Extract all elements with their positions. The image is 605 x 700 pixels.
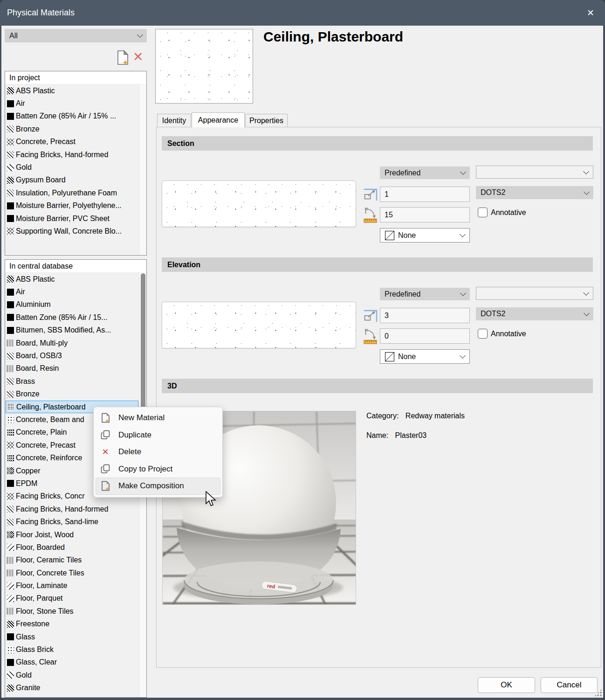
in-central-header: In central database (5, 260, 146, 273)
in-project-header: In project (5, 71, 146, 84)
close-icon[interactable]: ✕ (583, 6, 598, 20)
list-item[interactable]: Glass, Clear (6, 656, 138, 669)
list-item[interactable]: Bitumen, SBS Modified, As... (6, 324, 138, 337)
material-swatch-icon (7, 672, 14, 679)
material-swatch-icon (7, 429, 14, 436)
section-color-dropdown[interactable]: None (380, 228, 470, 243)
cancel-button[interactable]: Cancel (541, 677, 598, 693)
section-hatch-type-dropdown[interactable]: Predefined (380, 166, 470, 179)
angle-icon (364, 207, 377, 225)
material-swatch-icon (7, 506, 14, 513)
list-item[interactable]: Glass Brick (6, 643, 138, 656)
material-swatch-icon (7, 314, 14, 321)
list-item[interactable]: ABS Plastic (6, 273, 138, 285)
list-item[interactable]: Concrete, Precast (6, 136, 138, 148)
list-item[interactable]: Batten Zone (85% Air / 15... (6, 311, 138, 324)
none-color-swatch-icon (385, 352, 394, 361)
material-filter-dropdown[interactable]: All (5, 29, 147, 42)
copy-icon (101, 430, 110, 440)
list-item[interactable]: Granite (6, 682, 138, 694)
ok-button[interactable]: OK (478, 677, 535, 693)
list-item[interactable]: Board, Multi-ply (6, 337, 138, 349)
material-swatch-icon (7, 189, 14, 196)
chevron-down-icon (460, 231, 466, 237)
elevation-annotative-checkbox[interactable] (478, 329, 488, 339)
elevation-color-dropdown[interactable]: None (380, 349, 470, 364)
menu-item[interactable]: Make Composition (96, 478, 220, 495)
delete-material-button[interactable]: ✕ (133, 49, 144, 64)
material-swatch-icon (7, 685, 14, 692)
elevation-angle-input[interactable] (380, 328, 470, 344)
material-title: Ceiling, Plasterboard (263, 29, 403, 45)
3d-group-header: 3D (162, 379, 593, 393)
material-swatch-icon (7, 327, 14, 334)
section-scale-input[interactable] (380, 187, 470, 202)
list-item[interactable]: Insulation, Polyurethane Foam (6, 187, 138, 199)
scale-icon (364, 310, 378, 324)
list-item[interactable]: Gold (6, 669, 138, 681)
tab-identity[interactable]: Identity (157, 114, 191, 127)
list-item[interactable]: Board, Resin (6, 362, 138, 375)
list-item[interactable]: Gypsum Board (6, 174, 138, 187)
list-item[interactable]: ABS Plastic (6, 84, 138, 97)
elevation-hatch-type-dropdown[interactable]: Predefined (380, 288, 470, 300)
list-item[interactable]: Floor, Concrete Tiles (6, 567, 138, 579)
list-item[interactable]: Facing Bricks, Hand-formed (6, 503, 138, 515)
material-swatch-icon (7, 544, 14, 551)
list-item[interactable]: Floor, Laminate (6, 579, 138, 592)
material-swatch-icon (7, 659, 14, 666)
list-item[interactable]: Facing Bricks, Hand-formed (6, 148, 138, 161)
list-item[interactable]: Floor Joist, Wood (6, 528, 138, 541)
scrollbar-track[interactable] (139, 84, 146, 255)
menu-item[interactable]: Copy to Project (96, 461, 220, 478)
window-title: Physical Materials (7, 8, 75, 18)
material-swatch-icon (7, 416, 14, 423)
section-pattern-picker-dropdown[interactable] (476, 166, 593, 179)
tab-appearance[interactable]: Appearance (192, 112, 245, 127)
material-swatch-icon (7, 493, 14, 500)
list-item[interactable]: Freestone (6, 618, 138, 631)
section-pattern-dropdown[interactable]: DOTS2 (476, 186, 593, 199)
svg-text:red: red (267, 583, 275, 589)
section-annotative-checkbox[interactable] (478, 208, 488, 217)
elevation-pattern-dropdown[interactable]: DOTS2 (476, 307, 593, 320)
list-item[interactable]: Floor, Ceramic Tiles (6, 554, 138, 567)
list-item[interactable]: Moisture Barrier, PVC Sheet (6, 212, 138, 225)
elevation-pattern-picker-dropdown[interactable] (476, 287, 593, 300)
list-item[interactable]: Bronze (6, 388, 138, 401)
list-item[interactable]: Supporting Wall, Concrete Blo... (6, 225, 138, 237)
list-item[interactable]: Moisture Barrier, Polyethylene... (6, 200, 138, 212)
menu-item[interactable]: Duplicate (96, 427, 220, 444)
chevron-down-icon (583, 290, 589, 296)
list-item[interactable]: Floor, Parquet (6, 592, 138, 605)
section-angle-input[interactable] (380, 207, 470, 222)
menu-item[interactable]: ✕ Delete (96, 444, 220, 461)
list-item[interactable]: Gold (6, 161, 138, 173)
title-bar[interactable]: Physical Materials ✕ (0, 0, 605, 26)
list-item[interactable]: Floor, Stone Tiles (6, 605, 138, 617)
material-swatch-icon (7, 289, 14, 296)
name-value: Plaster03 (395, 431, 427, 439)
new-material-button[interactable] (117, 50, 129, 67)
material-swatch-icon (7, 633, 14, 640)
elevation-scale-input[interactable] (380, 308, 470, 323)
menu-item[interactable]: New Material (96, 409, 220, 427)
angle-icon (364, 328, 377, 346)
none-color-swatch-icon (385, 231, 394, 240)
name-row: Name: Plaster03 (366, 431, 426, 440)
list-item[interactable]: Floor, Boarded (6, 541, 138, 554)
list-item[interactable]: Batten Zone (85% Air / 15% ... (6, 110, 138, 123)
tab-properties[interactable]: Properties (245, 114, 288, 127)
list-item[interactable]: Air (6, 97, 138, 110)
new-material-icon (101, 413, 110, 423)
list-item[interactable]: Bronze (6, 123, 138, 135)
physical-materials-dialog: Physical Materials ✕ All ✕ In project AB… (0, 0, 605, 700)
material-swatch-icon (7, 113, 14, 120)
list-item[interactable]: Gravel (6, 694, 138, 698)
list-item[interactable]: Board, OSB/3 (6, 349, 138, 362)
list-item[interactable]: Aluminium (6, 298, 138, 311)
list-item[interactable]: Air (6, 285, 138, 298)
list-item[interactable]: Glass (6, 631, 138, 643)
list-item[interactable]: Facing Bricks, Sand-lime (6, 515, 138, 528)
list-item[interactable]: Brass (6, 375, 138, 388)
